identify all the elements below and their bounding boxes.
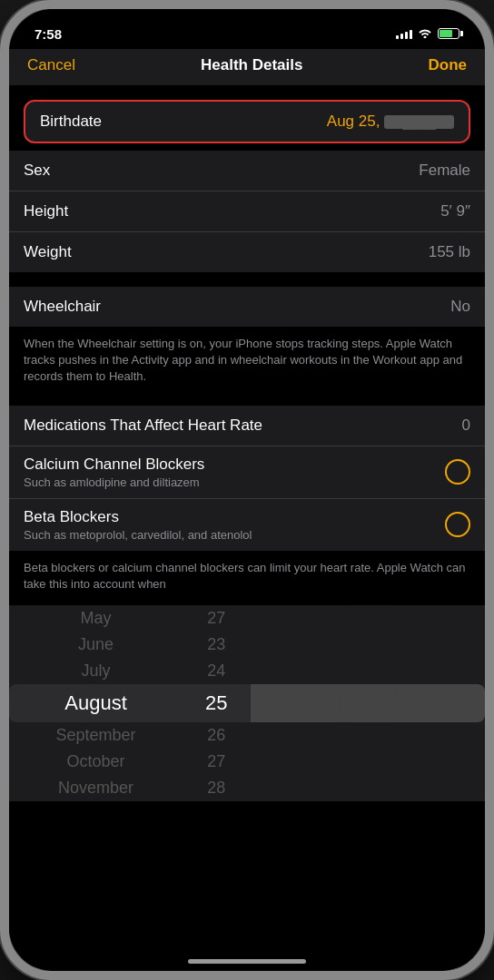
done-button[interactable]: Done	[428, 56, 467, 74]
beta-blocker-toggle[interactable]	[445, 512, 470, 537]
page-title: Health Details	[201, 56, 302, 74]
medications-header-row: Medications That Affect Heart Rate 0	[9, 406, 485, 446]
wheelchair-row[interactable]: Wheelchair No	[9, 287, 485, 327]
date-picker[interactable]: May 27 ████ June 23 ████ July 24 ███	[9, 605, 485, 801]
medications-header-label: Medications That Affect Heart Rate	[24, 416, 262, 435]
picker-row-july: July 24 ████	[9, 658, 485, 684]
picker-year-2: ████	[251, 632, 485, 658]
picker-day-26: 26	[183, 722, 250, 749]
picker-row-october: October 27 ████	[9, 749, 485, 775]
beta-blocker-text: Beta Blockers Such as metoprolol, carved…	[24, 508, 445, 542]
picker-table: May 27 ████ June 23 ████ July 24 ███	[9, 605, 485, 801]
height-label: Height	[24, 202, 68, 220]
picker-row-june: June 23 ████	[9, 632, 485, 658]
phone-frame: 7:58 Cancel He	[0, 0, 494, 980]
signal-bars-icon	[396, 28, 412, 39]
picker-day-24: 24	[183, 658, 250, 684]
picker-row-november: November 28 ████	[9, 775, 485, 801]
picker-day-23: 23	[183, 632, 250, 658]
birthdate-label: Birthdate	[40, 113, 102, 131]
picker-day-25: 25	[183, 684, 250, 722]
picker-year-4: ████	[251, 722, 485, 749]
picker-year-3: ████	[251, 658, 485, 684]
wheelchair-note: When the Wheelchair setting is on, your …	[9, 327, 485, 398]
birthdate-row[interactable]: Birthdate Aug 25, ████	[25, 102, 469, 142]
height-value: 5′ 9″	[440, 202, 470, 220]
sex-value: Female	[419, 162, 470, 180]
status-bar: 7:58	[9, 9, 485, 49]
weight-label: Weight	[24, 243, 72, 261]
calcium-blocker-text: Calcium Channel Blockers Such as amlodip…	[24, 456, 445, 489]
medications-note: Beta blockers or calcium channel blocker…	[9, 551, 485, 605]
wheelchair-label: Wheelchair	[24, 298, 101, 316]
calcium-blocker-title: Calcium Channel Blockers	[24, 456, 445, 474]
beta-blocker-title: Beta Blockers	[24, 508, 445, 526]
picker-selected-row: August 25 ████████	[9, 684, 485, 722]
status-icons	[396, 27, 459, 41]
picker-year-1: ████	[251, 605, 485, 632]
sex-label: Sex	[24, 162, 50, 180]
picker-year-selected: ████████	[251, 684, 485, 722]
phone-inner: 7:58 Cancel He	[9, 9, 485, 971]
picker-month-november: November	[9, 775, 183, 801]
status-time: 7:58	[35, 26, 62, 42]
birthdate-section: Birthdate Aug 25, ████	[24, 100, 470, 143]
picker-day-27-2: 27	[183, 749, 250, 775]
content: Birthdate Aug 25, ████ Sex Female	[9, 85, 485, 967]
picker-month-august: August	[9, 684, 183, 722]
picker-month-september: September	[9, 722, 183, 749]
medications-section: Medications That Affect Heart Rate 0 Cal…	[9, 406, 485, 551]
calcium-blocker-row[interactable]: Calcium Channel Blockers Such as amlodip…	[9, 446, 485, 499]
picker-month-july: July	[9, 658, 183, 684]
wheelchair-section: Wheelchair No	[9, 287, 485, 327]
height-row[interactable]: Height 5′ 9″	[9, 191, 485, 232]
picker-year-6: ████	[251, 775, 485, 801]
beta-blocker-row[interactable]: Beta Blockers Such as metoprolol, carved…	[9, 499, 485, 551]
sex-row[interactable]: Sex Female	[9, 151, 485, 191]
picker-month-may: May	[9, 605, 183, 632]
picker-month-june: June	[9, 632, 183, 658]
picker-row-september: September 26 ████	[9, 722, 485, 749]
wheelchair-value: No	[450, 298, 470, 316]
wifi-icon	[418, 27, 432, 41]
home-indicator	[188, 959, 306, 964]
nav-bar: Cancel Health Details Done	[9, 49, 485, 85]
birthdate-value: Aug 25, ████	[327, 113, 454, 131]
weight-value: 155 lb	[429, 243, 470, 261]
battery-icon	[438, 28, 459, 39]
calcium-blocker-toggle[interactable]	[445, 459, 470, 485]
picker-month-october: October	[9, 749, 183, 775]
picker-day-27-1: 27	[183, 605, 250, 632]
picker-row-may: May 27 ████	[9, 605, 485, 632]
calcium-blocker-subtitle: Such as amlodipine and diltiazem	[24, 475, 445, 489]
picker-day-28: 28	[183, 775, 250, 801]
picker-year-5: ████	[251, 749, 485, 775]
medications-header-value: 0	[462, 416, 470, 435]
beta-blocker-subtitle: Such as metoprolol, carvedilol, and aten…	[24, 528, 445, 542]
weight-row[interactable]: Weight 155 lb	[9, 232, 485, 272]
basic-info-section: Sex Female Height 5′ 9″ Weight 155 lb	[9, 151, 485, 272]
cancel-button[interactable]: Cancel	[27, 56, 75, 74]
